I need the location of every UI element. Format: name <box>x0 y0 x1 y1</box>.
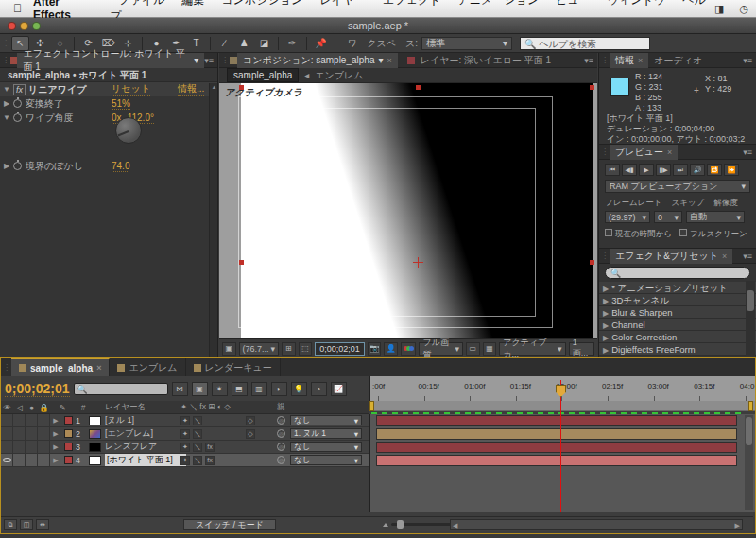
param-expand-arrow[interactable]: ▶ <box>0 99 13 108</box>
mini-flowchart-icon[interactable]: ⋈ <box>172 382 188 396</box>
ram-preview-icon[interactable]: ⏩ <box>724 164 739 176</box>
3d-layer-icon[interactable]: ◇ <box>246 429 255 439</box>
effects-list-item[interactable]: ▶Channel <box>599 319 756 331</box>
skip-dropdown[interactable]: 0▾ <box>654 211 682 223</box>
expand-transfer-controls-icon[interactable]: ◫ <box>20 519 33 530</box>
tab-effect-controls[interactable]: エフェクトコントロール: ホワイト 平面 1▾ <box>17 53 204 68</box>
graph-editor-icon[interactable]: 📈 <box>331 382 347 396</box>
first-frame-icon[interactable]: ⏮ <box>605 164 620 176</box>
timeline-tab-レンダーキュー[interactable]: レンダーキュー <box>186 358 281 376</box>
framerate-dropdown[interactable]: (29.97)▾ <box>605 211 650 223</box>
layer-duration-bar[interactable] <box>376 442 737 453</box>
lock-toggle[interactable] <box>38 414 50 426</box>
lock-toggle[interactable] <box>38 427 50 440</box>
layer-label-color[interactable] <box>64 443 73 451</box>
play-icon[interactable]: ▶ <box>639 164 654 176</box>
video-column-icon[interactable]: 👁 <box>1 403 13 412</box>
workspace-dropdown[interactable]: 標準▾ <box>421 37 512 50</box>
effects-list-item[interactable]: ▶3Dチャンネル <box>599 294 756 306</box>
region-of-interest-icon[interactable]: ⬚ <box>299 342 313 356</box>
fullscreen-checkbox[interactable]: フルスクリーン <box>679 229 747 240</box>
layer-row[interactable]: ▶3レンズフレア✦＼fx◎なし▾ <box>1 441 369 454</box>
layer-label-color[interactable] <box>64 416 73 425</box>
audio-toggle[interactable] <box>13 454 26 466</box>
work-area-end-handle[interactable] <box>748 401 753 411</box>
layer-duration-bar[interactable] <box>376 455 737 466</box>
param-value[interactable]: 51% <box>112 98 130 110</box>
param-expand-arrow[interactable]: ▶ <box>0 162 13 170</box>
view-layout-dropdown[interactable]: 1画... <box>569 342 594 356</box>
close-icon[interactable]: × <box>667 148 672 157</box>
window-title-bar[interactable]: sample.aep * <box>0 18 756 34</box>
lock-column-icon[interactable]: 🔒 <box>38 403 50 412</box>
motion-blur-icon[interactable]: ◗ <box>271 382 287 396</box>
eraser-tool-icon[interactable]: ◪ <box>255 36 273 51</box>
twirl-icon[interactable]: ▶ <box>603 334 609 342</box>
work-area-start-handle[interactable] <box>369 401 374 411</box>
video-toggle[interactable] <box>1 441 13 453</box>
loop-icon[interactable]: 🔁 <box>707 164 722 176</box>
effects-search-input[interactable]: 🔍 <box>605 267 750 279</box>
draft-3d-icon[interactable]: ⬒ <box>232 382 248 396</box>
effect-expand-arrow[interactable]: ▼ <box>0 85 13 94</box>
parent-dropdown[interactable]: 1. ヌル 1▾ <box>290 428 362 439</box>
collapse-transformations-icon[interactable]: ✦ <box>180 443 190 452</box>
panel-menu-icon[interactable]: ▾≡ <box>204 56 217 65</box>
show-channels-icon[interactable] <box>401 342 416 356</box>
layer-row[interactable]: ▶4[ホワイト 平面 1]✦＼fx◎なし▾ <box>1 454 369 467</box>
selection-handle[interactable] <box>416 85 421 90</box>
layer-expand-arrow[interactable]: ▶ <box>50 443 61 451</box>
magnification-dropdown[interactable]: (76.7...▾ <box>239 342 280 356</box>
layer-duration-bar[interactable] <box>376 428 737 440</box>
parent-pickwhip-icon[interactable]: ◎ <box>277 416 285 425</box>
menu-item-レイヤー[interactable]: レイヤー <box>311 0 374 7</box>
param-value[interactable]: 74.0 <box>112 161 129 172</box>
timeline-tab-sample_alpha[interactable]: sample_alpha× <box>11 358 110 376</box>
effect-controls-scrollbar[interactable]: ▲ <box>209 83 217 357</box>
layer-anchor-point[interactable] <box>413 257 423 268</box>
menu-item-エフェクト[interactable]: エフェクト <box>374 0 449 7</box>
resolution-dropdown[interactable]: フル画質▾ <box>419 342 463 356</box>
solo-toggle[interactable] <box>26 414 38 426</box>
solo-column-icon[interactable]: ● <box>26 403 38 412</box>
layer-duration-bar[interactable] <box>376 415 737 426</box>
lock-toggle[interactable] <box>38 454 50 466</box>
puppet-pin-tool-icon[interactable]: 📌 <box>312 36 330 51</box>
3d-view-dropdown[interactable]: アクティブカ...▾ <box>499 342 565 356</box>
close-icon[interactable]: × <box>722 252 727 261</box>
panel-menu-icon[interactable]: ▾≡ <box>743 56 756 65</box>
stopwatch-icon[interactable] <box>13 162 22 170</box>
number-column[interactable]: # <box>75 403 92 412</box>
work-area-bar[interactable] <box>369 401 755 411</box>
menu-item-編集[interactable]: 編集 <box>173 0 213 7</box>
layer-expand-arrow[interactable]: ▶ <box>50 417 61 425</box>
stopwatch-icon[interactable] <box>13 113 22 122</box>
effect-name[interactable]: リニアワイプ <box>28 83 86 96</box>
display-icon[interactable]: ◨ <box>707 3 731 15</box>
twirl-icon[interactable]: ▶ <box>603 346 609 355</box>
timeline-vertical-scrollbar[interactable] <box>745 415 753 510</box>
effect-reset-button[interactable]: リセット <box>112 82 150 96</box>
parent-dropdown[interactable]: なし▾ <box>290 415 362 425</box>
effects-list-item[interactable]: ▶Color Correction <box>599 331 756 343</box>
prev-frame-icon[interactable]: ◀▮ <box>622 164 637 176</box>
parent-pickwhip-icon[interactable]: ◎ <box>277 456 285 464</box>
expand-layer-switches-icon[interactable]: ⧉ <box>4 519 17 530</box>
timeline-tab-エンブレム[interactable]: エンブレム <box>110 358 185 376</box>
stopwatch-icon[interactable] <box>13 99 22 108</box>
subtab-emblem[interactable]: エンブレム <box>315 69 363 82</box>
effects-list-item[interactable]: ▶* アニメーションプリセット <box>599 282 756 294</box>
live-update-icon[interactable]: ✶ <box>212 382 228 396</box>
quality-icon[interactable]: ＼ <box>193 429 202 439</box>
layer-label-color[interactable] <box>64 429 73 438</box>
close-icon[interactable]: × <box>638 56 643 65</box>
panel-menu-icon[interactable]: ▾≡ <box>743 252 756 261</box>
quality-icon[interactable]: ＼ <box>193 456 202 465</box>
tab-info[interactable]: 情報× <box>610 53 648 68</box>
layer-row[interactable]: ▶1[ヌル 1]✦＼◇◎なし▾ <box>1 414 369 427</box>
panel-menu-icon[interactable]: ▾≡ <box>743 148 756 157</box>
clone-stamp-tool-icon[interactable]: ♟ <box>235 36 253 51</box>
tab-composition[interactable]: コンポジション: sample_alpha▾× <box>237 53 398 68</box>
collapse-transformations-icon[interactable]: ✦ <box>180 456 190 465</box>
current-time-display[interactable]: 0;00;02;01 <box>5 381 70 397</box>
